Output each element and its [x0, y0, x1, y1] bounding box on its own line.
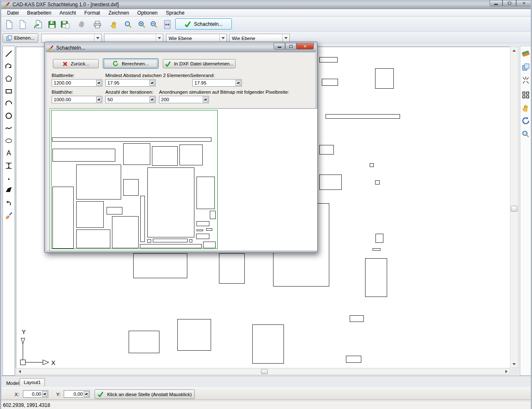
copy-pages-icon[interactable] [521, 62, 530, 72]
polyline-tool-icon[interactable] [4, 61, 13, 71]
dialog-close-button[interactable]: ✕ [296, 43, 314, 50]
circle-tool-icon[interactable] [4, 111, 13, 121]
eraser-icon[interactable] [521, 49, 530, 59]
blatthoehe-spinner[interactable] [96, 97, 102, 102]
pan-hand-icon[interactable] [521, 103, 530, 113]
pan-hand-icon[interactable] [109, 19, 119, 30]
x-coord-field[interactable]: 0,00 [23, 390, 48, 398]
drawing-entity-rect[interactable] [375, 234, 383, 243]
scroll-left-icon[interactable] [16, 369, 22, 374]
blatthoehe-field[interactable]: 1000.00 [52, 96, 102, 103]
minimize-button[interactable] [490, 0, 502, 6]
close-button[interactable]: ✕ [516, 0, 532, 6]
berechnen-button[interactable]: Berechnen... [103, 58, 159, 69]
dialog-minimize-button[interactable] [273, 43, 285, 50]
zoom-icon[interactable] [123, 19, 134, 30]
vscroll-thumb[interactable] [511, 206, 517, 212]
drawing-entity-rect[interactable] [350, 315, 364, 322]
y-coord-field[interactable]: 0,00 [64, 390, 90, 398]
scroll-right-icon[interactable] [503, 369, 510, 374]
horizontal-scrollbar[interactable] [16, 368, 510, 375]
blattbreite-spinner[interactable] [96, 80, 102, 86]
menu-zeichnen[interactable]: Zeichnen [104, 9, 133, 17]
click-here-button[interactable]: Klick an diese Stelle (Anstatt Mausklick… [94, 389, 195, 399]
menu-optionen[interactable]: Optionen [133, 9, 162, 17]
apply-dxf-button[interactable]: In DXF Datei übernehmen... [163, 59, 236, 68]
dimension-tool-icon[interactable] [4, 161, 13, 171]
drawing-entity-rect[interactable] [319, 145, 334, 155]
schachteln-button[interactable]: Schachteln... [175, 18, 232, 30]
drawing-entity-rect[interactable] [252, 324, 284, 364]
spline-tool-icon[interactable] [4, 123, 13, 133]
vertical-scrollbar[interactable] [510, 47, 518, 368]
menu-ansicht[interactable]: Ansicht [55, 9, 80, 17]
iterationen-field[interactable]: 50 [105, 96, 156, 103]
drawing-entity-rect[interactable] [322, 79, 338, 86]
abstand-spinner[interactable] [149, 80, 155, 86]
drawing-entity-rect[interactable] [326, 114, 400, 119]
x-spinner[interactable] [42, 391, 47, 397]
open-file-icon[interactable] [33, 19, 44, 30]
drawing-entity-rect[interactable] [219, 253, 245, 284]
seitenrand-spinner[interactable] [236, 80, 241, 86]
zoom-icon[interactable] [521, 129, 530, 139]
menu-format[interactable]: Format [80, 9, 104, 17]
drawing-entity-rect[interactable] [319, 175, 342, 190]
iterationen-spinner[interactable] [149, 97, 155, 102]
new-file-icon[interactable] [4, 19, 15, 30]
drawing-entity-rect[interactable] [375, 180, 380, 185]
layer-combo-1[interactable] [41, 34, 102, 42]
pixelbreite-field[interactable]: 200 [159, 96, 209, 103]
drawing-entity-rect[interactable] [370, 163, 374, 167]
y-spinner[interactable] [84, 391, 89, 397]
save-as-icon[interactable] [60, 19, 71, 30]
drawing-entity-rect[interactable] [373, 248, 380, 251]
seitenrand-field[interactable]: 17.95 [192, 79, 242, 87]
point-tool-icon[interactable] [4, 174, 13, 184]
ebenen-button[interactable]: Ebenen... [2, 33, 38, 42]
check-icon [165, 61, 171, 67]
menu-bearbeiten[interactable]: Bearbeiten [23, 9, 55, 17]
menu-datei[interactable]: Datei [3, 9, 23, 17]
line-color-combo[interactable]: Wie Ebene [166, 34, 227, 42]
polygon-tool-icon[interactable] [4, 74, 13, 84]
drawing-entity-rect[interactable] [177, 319, 211, 351]
scroll-up-icon[interactable] [510, 47, 518, 53]
text-tool-icon[interactable]: A [4, 148, 13, 158]
zurueck-button[interactable]: Zurück... [53, 59, 99, 68]
drawing-entity-rect[interactable] [319, 57, 338, 62]
restore-button[interactable] [502, 0, 516, 6]
rectangle-tool-icon[interactable] [4, 86, 13, 96]
hscroll-thumb[interactable] [261, 369, 268, 374]
snap-flash-icon[interactable] [521, 75, 530, 85]
tab-layout1[interactable]: Layout1 [20, 378, 45, 386]
stamp-disabled-icon[interactable] [77, 19, 87, 30]
fit-width-icon[interactable] [163, 19, 172, 30]
print-icon[interactable] [92, 19, 103, 30]
drawing-entity-rect[interactable] [129, 331, 159, 353]
arc-tool-icon[interactable] [4, 98, 13, 108]
blattbreite-field[interactable]: 1200.00 [52, 79, 102, 87]
zoom-out-icon[interactable] [149, 19, 159, 30]
save-icon[interactable] [47, 19, 57, 30]
line-type-combo[interactable]: Wie Ebene [229, 34, 290, 42]
paint-brush-tool-icon[interactable] [4, 210, 13, 220]
layer-combo-2[interactable] [104, 34, 163, 42]
zoom-in-icon[interactable] [137, 19, 147, 30]
dialog-maximize-button[interactable] [285, 43, 296, 50]
undo-arrow-tool-icon[interactable] [4, 197, 13, 207]
pixelbreite-spinner[interactable] [203, 97, 208, 102]
line-tool-icon[interactable] [4, 49, 13, 59]
menu-sprache[interactable]: Sprache [162, 9, 189, 17]
new-page-icon[interactable] [17, 19, 28, 30]
solid-fill-tool-icon[interactable] [4, 185, 13, 195]
abstand-field[interactable]: 17.95 [105, 79, 156, 87]
drawing-entity-rect[interactable] [133, 253, 187, 278]
drawing-entity-rect[interactable] [375, 68, 394, 89]
drawing-entity-rect[interactable] [365, 258, 387, 297]
refresh-icon[interactable] [521, 116, 530, 126]
tile-grid-icon[interactable] [521, 90, 530, 100]
drawing-entity-rect[interactable] [346, 356, 361, 363]
ellipse-tool-icon[interactable] [4, 136, 13, 146]
scroll-down-icon[interactable] [510, 361, 518, 367]
